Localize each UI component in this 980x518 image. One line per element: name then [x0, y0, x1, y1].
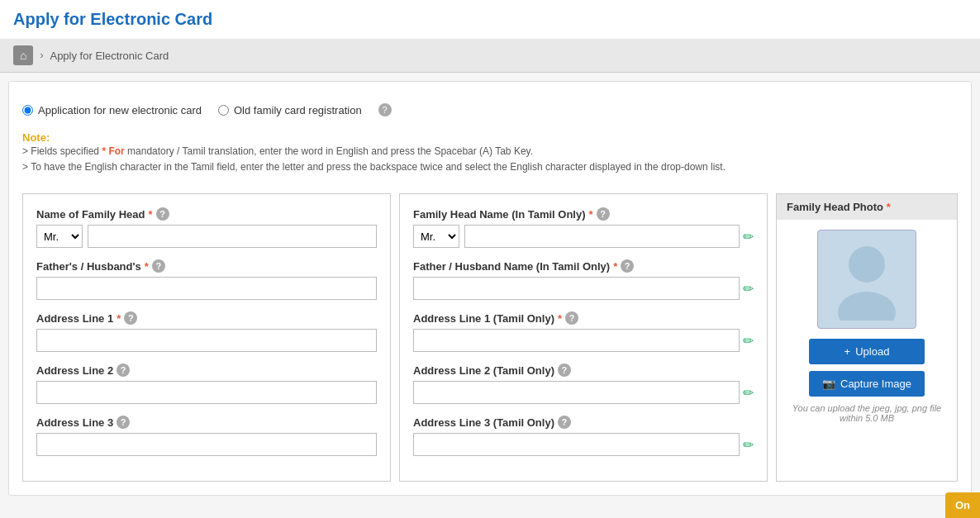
avatar	[817, 230, 916, 329]
note-line1: > Fields specified * For mandatory / Tam…	[22, 144, 958, 159]
help-icon-radio[interactable]: ?	[378, 103, 392, 116]
page-title: Apply for Electronic Card	[13, 10, 967, 29]
help-icon-tamil-addr2[interactable]: ?	[558, 364, 571, 377]
field-address2-tamil: Address Line 2 (Tamil Only) ? ✏	[413, 364, 754, 404]
svg-point-1	[838, 292, 896, 321]
tamil-father-edit-icon[interactable]: ✏	[743, 281, 754, 297]
address1-tamil-input[interactable]	[413, 329, 740, 352]
fathers-husbands-input[interactable]	[36, 277, 377, 300]
field-address2: Address Line 2 ?	[36, 364, 377, 404]
help-icon-tamil-addr3[interactable]: ?	[558, 416, 571, 429]
help-icon-tamil-father[interactable]: ?	[621, 259, 634, 273]
family-head-tamil-input[interactable]	[464, 225, 740, 248]
note-label: Note:	[22, 131, 958, 144]
plus-icon: +	[844, 345, 851, 358]
name-prefix-select[interactable]: Mr. Mrs. Ms. Dr.	[36, 225, 83, 248]
father-tamil-input[interactable]	[413, 277, 740, 300]
help-icon-addr1[interactable]: ?	[124, 311, 137, 325]
field-address2-tamil-label: Address Line 2 (Tamil Only) ?	[413, 364, 754, 377]
form-right: Family Head Name (In Tamil Only) * ? Mr.…	[399, 193, 768, 482]
field-fathers-label: Father's / Husband's * ?	[36, 259, 377, 273]
field-family-head-tamil: Family Head Name (In Tamil Only) * ? Mr.…	[413, 207, 754, 248]
breadcrumb-bar: ⌂ › Apply for Electronic Card	[0, 39, 980, 73]
radio-new-card-label: Application for new electronic card	[38, 104, 202, 116]
field-address3-tamil-label: Address Line 3 (Tamil Only) ?	[413, 416, 754, 429]
tamil-name-prefix-select[interactable]: Mr. Mrs. Ms. Dr.	[413, 225, 459, 248]
field-father-tamil-label: Father / Husband Name (In Tamil Only) * …	[413, 259, 754, 273]
svg-point-0	[849, 246, 885, 283]
field-address3-tamil: Address Line 3 (Tamil Only) ? ✏	[413, 416, 754, 456]
help-icon-tamil-addr1[interactable]: ?	[565, 311, 578, 325]
field-fathers-husbands: Father's / Husband's * ?	[36, 259, 377, 300]
field-address1-tamil: Address Line 1 (Tamil Only) * ? ✏	[413, 311, 754, 352]
breadcrumb-arrow: ›	[40, 50, 43, 61]
tamil-addr2-edit-icon[interactable]: ✏	[743, 385, 754, 401]
field-address2-label: Address Line 2 ?	[36, 364, 377, 377]
address2-input[interactable]	[36, 381, 377, 404]
field-address3-label: Address Line 3 ?	[36, 416, 377, 429]
radio-new-card[interactable]: Application for new electronic card	[22, 104, 202, 116]
help-icon-name[interactable]: ?	[156, 207, 169, 221]
required-star: *	[149, 208, 153, 221]
photo-body: + Upload 📷 Capture Image You can upload …	[777, 220, 957, 433]
photo-header: Family Head Photo *	[777, 194, 957, 220]
note-line2: > To have the English character in the T…	[22, 159, 958, 175]
home-icon[interactable]: ⌂	[13, 45, 33, 65]
page-header: Apply for Electronic Card	[0, 0, 980, 39]
tamil-addr1-edit-icon[interactable]: ✏	[743, 333, 754, 349]
family-head-name-input[interactable]	[88, 225, 377, 248]
form-container: Name of Family Head * ? Mr. Mrs. Ms. Dr.	[22, 193, 958, 482]
field-father-tamil: Father / Husband Name (In Tamil Only) * …	[413, 259, 754, 300]
help-icon-father[interactable]: ?	[152, 259, 165, 273]
capture-button[interactable]: 📷 Capture Image	[809, 371, 925, 397]
radio-old-family[interactable]: Old family card registration	[218, 104, 362, 116]
upload-button[interactable]: + Upload	[809, 339, 925, 364]
address1-input[interactable]	[36, 329, 377, 352]
note-section: Note: > Fields specified * For mandatory…	[22, 125, 958, 185]
camera-icon: 📷	[822, 378, 835, 390]
field-family-head-tamil-label: Family Head Name (In Tamil Only) * ?	[413, 207, 754, 221]
field-address3: Address Line 3 ?	[36, 416, 377, 456]
help-icon-tamil-name[interactable]: ?	[597, 207, 610, 221]
field-family-head-name-row: Mr. Mrs. Ms. Dr.	[36, 225, 377, 248]
help-icon-addr3[interactable]: ?	[117, 416, 130, 429]
radio-new-card-input[interactable]	[22, 105, 33, 116]
form-left: Name of Family Head * ? Mr. Mrs. Ms. Dr.	[22, 193, 391, 482]
help-icon-addr2[interactable]: ?	[117, 364, 130, 377]
address3-input[interactable]	[36, 433, 377, 456]
field-family-head-name-label: Name of Family Head * ?	[36, 207, 377, 221]
field-tamil-name-row: Mr. Mrs. Ms. Dr. ✏	[413, 225, 754, 248]
chat-widget[interactable]: On	[945, 492, 980, 504]
field-address1-tamil-label: Address Line 1 (Tamil Only) * ?	[413, 311, 754, 325]
field-address1: Address Line 1 * ?	[36, 311, 377, 352]
tamil-addr3-edit-icon[interactable]: ✏	[743, 437, 754, 453]
address2-tamil-input[interactable]	[413, 381, 740, 404]
radio-old-family-input[interactable]	[218, 105, 229, 116]
radio-section: Application for new electronic card Old …	[22, 95, 958, 125]
field-address1-label: Address Line 1 * ?	[36, 311, 377, 325]
tamil-name-edit-icon[interactable]: ✏	[743, 229, 754, 245]
radio-old-family-label: Old family card registration	[234, 104, 362, 116]
breadcrumb-text: Apply for Electronic Card	[50, 50, 169, 62]
address3-tamil-input[interactable]	[413, 433, 740, 456]
photo-section: Family Head Photo * + Upload 📷 Cap	[776, 193, 958, 482]
upload-note: You can upload the jpeg, jpg, png file w…	[787, 403, 947, 423]
main-content: Application for new electronic card Old …	[8, 81, 972, 496]
field-family-head-name: Name of Family Head * ? Mr. Mrs. Ms. Dr.	[36, 207, 377, 248]
photo-required-star: *	[887, 201, 891, 213]
